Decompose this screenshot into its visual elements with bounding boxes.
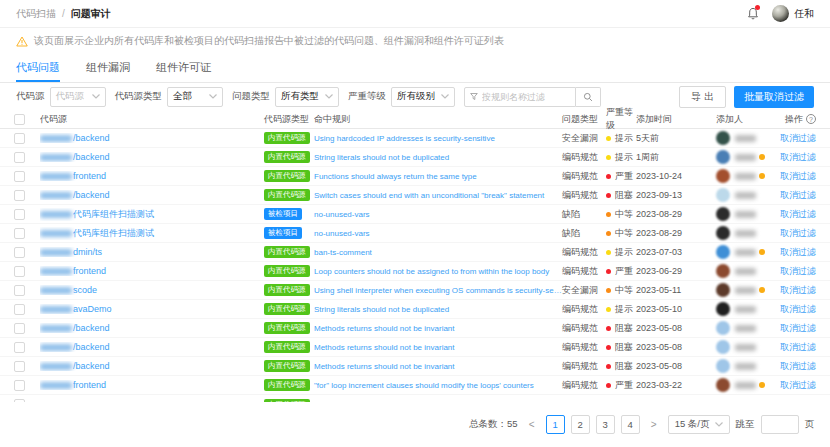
cancel-filter-link[interactable]: 取消过滤	[780, 171, 816, 181]
row-checkbox[interactable]	[14, 209, 25, 220]
rule-link[interactable]: Methods returns should not be invariant	[314, 362, 562, 371]
source-link[interactable]: /backend	[40, 133, 264, 143]
page-button-2[interactable]: 2	[571, 415, 590, 434]
table-row: /backend 内置代码源 Methods returns should no…	[0, 357, 830, 376]
source-type-select-value: 全部	[173, 90, 192, 103]
tab-component-licenses[interactable]: 组件许可证	[156, 54, 211, 82]
source-link[interactable]: 代码库组件扫描测试	[40, 227, 264, 240]
source-select[interactable]: 代码源	[50, 87, 106, 107]
filter-source: 代码源 代码源	[16, 87, 106, 107]
cancel-filter-link[interactable]: 取消过滤	[780, 152, 816, 162]
row-checkbox[interactable]	[14, 342, 25, 353]
rule-filter-group	[464, 87, 601, 107]
jump-page-input[interactable]	[761, 415, 799, 434]
cancel-filter-link[interactable]: 取消过滤	[780, 361, 816, 371]
rule-link[interactable]: Switch cases should end with an uncondit…	[314, 191, 562, 200]
export-button[interactable]: 导 出	[679, 86, 726, 108]
notification-bell-icon[interactable]	[746, 6, 760, 21]
next-page-button[interactable]: >	[646, 415, 662, 434]
source-link[interactable]: frontend	[40, 266, 264, 276]
row-checkbox[interactable]	[14, 228, 25, 239]
row-checkbox[interactable]	[14, 323, 25, 334]
issue-type: 编码规范	[562, 190, 598, 200]
row-checkbox[interactable]	[14, 380, 25, 391]
row-checkbox[interactable]	[14, 247, 25, 258]
source-link[interactable]: /backend	[40, 323, 264, 333]
tab-component-vulnerabilities[interactable]: 组件漏洞	[86, 54, 130, 82]
source-type-select[interactable]: 全部	[167, 87, 223, 107]
rule-link[interactable]: Methods returns should not be invariant	[314, 324, 562, 333]
search-button[interactable]	[576, 87, 601, 107]
page-button-4[interactable]: 4	[621, 415, 640, 434]
cancel-filter-link[interactable]: 取消过滤	[780, 190, 816, 200]
tab-code-issues[interactable]: 代码问题	[16, 54, 60, 82]
source-link[interactable]: /backend	[40, 190, 264, 200]
rule-link[interactable]: String literals should not be duplicated	[314, 153, 562, 162]
rule-link[interactable]: no-unused-vars	[314, 210, 562, 219]
cancel-filter-link[interactable]: 取消过滤	[780, 133, 816, 143]
issue-type-select[interactable]: 所有类型	[275, 87, 339, 107]
row-checkbox[interactable]	[14, 152, 25, 163]
batch-cancel-filter-button[interactable]: 批量取消过滤	[734, 86, 814, 108]
user-menu[interactable]: 任和	[772, 5, 814, 22]
row-checkbox[interactable]	[14, 304, 25, 315]
redacted-adder-name	[735, 382, 756, 389]
cancel-filter-link[interactable]: 取消过滤	[780, 209, 816, 219]
page-button-1[interactable]: 1	[546, 415, 565, 434]
issue-type: 编码规范	[562, 266, 598, 276]
prev-page-button[interactable]: <	[524, 415, 540, 434]
cancel-filter-link[interactable]: 取消过滤	[780, 304, 816, 314]
source-link[interactable]: frontend	[40, 380, 264, 390]
source-type-badge: 被检项目	[264, 227, 302, 239]
row-checkbox[interactable]	[14, 133, 25, 144]
source-link[interactable]: scode	[40, 285, 264, 295]
select-all-checkbox[interactable]	[14, 114, 25, 125]
rule-link[interactable]: ban-ts-comment	[314, 248, 562, 257]
row-checkbox[interactable]	[14, 285, 25, 296]
row-checkbox[interactable]	[14, 399, 25, 402]
source-link[interactable]: /backend	[40, 361, 264, 371]
breadcrumb-section[interactable]: 代码扫描	[16, 7, 56, 21]
row-checkbox[interactable]	[14, 171, 25, 182]
row-checkbox[interactable]	[14, 361, 25, 372]
cancel-filter-link[interactable]: 取消过滤	[780, 266, 816, 276]
redacted-adder-name	[735, 363, 756, 370]
header-issue-type: 问题类型	[562, 113, 606, 126]
page-button-3[interactable]: 3	[596, 415, 615, 434]
source-link[interactable]: dmin/ts	[40, 247, 264, 257]
rule-link[interactable]: "for" loop increment clauses should modi…	[314, 381, 562, 390]
cancel-filter-link[interactable]: 取消过滤	[780, 228, 816, 238]
cancel-filter-link[interactable]: 取消过滤	[780, 342, 816, 352]
rule-link[interactable]: Using hardcoded IP addresses is security…	[314, 134, 562, 143]
cancel-filter-link[interactable]: 取消过滤	[780, 285, 816, 295]
redacted-adder-name	[735, 135, 756, 142]
rule-link[interactable]: String literals should not be duplicated	[314, 305, 562, 314]
cancel-filter-link[interactable]: 取消过滤	[780, 323, 816, 333]
rule-filter-input[interactable]	[482, 92, 570, 102]
source-link[interactable]: /backend	[40, 152, 264, 162]
source-link[interactable]: /backend	[40, 342, 264, 352]
rule-link[interactable]: Methods returns should not be invariant	[314, 343, 562, 352]
help-icon[interactable]: ?	[806, 114, 816, 124]
row-checkbox[interactable]	[14, 266, 25, 277]
rule-link[interactable]: no-unused-vars	[314, 229, 562, 238]
table-body: /backend 内置代码源 Using hardcoded IP addres…	[0, 129, 830, 402]
rule-link[interactable]: Using shell interpreter when executing O…	[314, 286, 562, 295]
redacted-source-prefix	[40, 344, 72, 351]
cancel-filter-link[interactable]: 取消过滤	[780, 247, 816, 257]
rule-link[interactable]: Functions should always return the same …	[314, 172, 562, 181]
page-size-select[interactable]: 15 条/页	[668, 415, 730, 434]
source-link[interactable]: avaDemo	[40, 304, 264, 314]
redacted-source-prefix	[40, 325, 72, 332]
source-link[interactable]: frontend	[40, 171, 264, 181]
severity-select[interactable]: 所有级别	[391, 87, 455, 107]
source-link[interactable]: 代码库组件扫描测试	[40, 208, 264, 221]
cancel-filter-link[interactable]: 取消过滤	[780, 380, 816, 390]
source-type-badge: 内置代码源	[264, 189, 310, 201]
rule-link[interactable]: Loop counters should not be assigned to …	[314, 267, 562, 276]
added-time: 2023-08-29	[636, 209, 682, 219]
chevron-down-icon	[441, 94, 449, 99]
table-row: /backend 内置代码源 Methods returns should no…	[0, 338, 830, 357]
row-checkbox[interactable]	[14, 190, 25, 201]
redacted-adder-name	[735, 306, 756, 313]
